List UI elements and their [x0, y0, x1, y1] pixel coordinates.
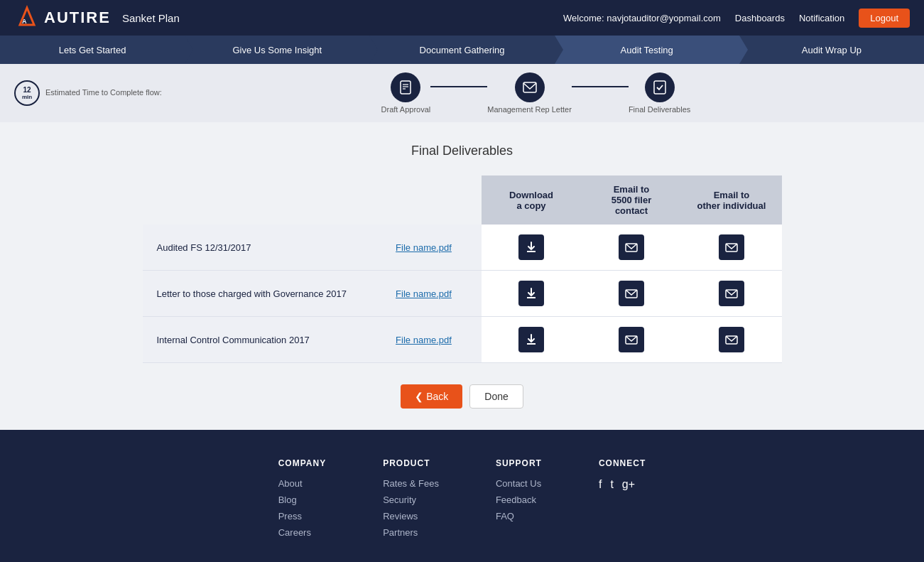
footer-link-about[interactable]: About: [278, 478, 326, 489]
file-link-anchor-2[interactable]: File name.pdf: [396, 288, 452, 299]
footer-connect-heading: CONNECT: [599, 458, 646, 468]
email5500-button-3[interactable]: [619, 327, 644, 352]
email-individual-button-2[interactable]: [719, 281, 744, 306]
email5500-button-2[interactable]: [619, 281, 644, 306]
header: A AUTIRE Sanket Plan Welcome: navjotaudi…: [0, 0, 924, 36]
step-audit-testing[interactable]: Audit Testing: [555, 36, 739, 64]
facebook-icon[interactable]: f: [599, 478, 602, 491]
steps-progress: Draft Approval Management Rep Letter Fin…: [162, 72, 910, 114]
googleplus-icon[interactable]: g+: [622, 478, 635, 491]
back-button[interactable]: ❮ Back: [401, 384, 462, 409]
notification-link[interactable]: Notification: [799, 13, 844, 23]
download-button-1[interactable]: [518, 234, 544, 260]
svg-rect-6: [523, 82, 536, 92]
twitter-icon[interactable]: t: [610, 478, 613, 491]
logo-icon: A: [14, 5, 40, 31]
email-individual-button-1[interactable]: [719, 234, 744, 260]
footer-support: SUPPORT Contact Us Feedback FAQ: [496, 458, 542, 544]
email5500-cell-3: [582, 317, 682, 363]
step-final-deliverables: Final Deliverables: [629, 72, 690, 114]
connector-2: [572, 86, 629, 87]
footer-link-reviews[interactable]: Reviews: [383, 511, 439, 522]
footer-company: COMPANY About Blog Press Careers: [278, 458, 326, 544]
email-individual-cell-2: [682, 271, 782, 317]
footer-link-contact[interactable]: Contact Us: [496, 478, 542, 489]
deliverables-table: Downloada copy Email to5500 filer contac…: [143, 175, 782, 363]
file-link-3: File name.pdf: [366, 317, 482, 363]
plan-name: Sanket Plan: [122, 12, 180, 24]
step-circle-draft: [391, 72, 420, 102]
svg-text:A: A: [22, 18, 27, 25]
time-estimate: 12 min Estimated Time to Complete flow:: [14, 80, 162, 106]
col-email-5500: Email to5500 filer contact: [582, 175, 682, 225]
table-row: Internal Control Communication 2017 File…: [143, 317, 782, 363]
col-download: Downloada copy: [482, 175, 582, 225]
connector-1: [430, 86, 487, 87]
done-button[interactable]: Done: [469, 384, 523, 409]
email5500-button-1[interactable]: [619, 234, 644, 260]
file-link-2: File name.pdf: [366, 271, 482, 317]
footer-product: PRODUCT Rates & Fees Security Reviews Pa…: [383, 458, 439, 544]
col-email-individual: Email toother individual: [682, 175, 782, 225]
action-buttons: ❮ Back Done: [14, 384, 910, 409]
header-right: Welcome: navjotauditor@yopmail.com Dashb…: [563, 9, 910, 28]
table-row: Letter to those charged with Governance …: [143, 271, 782, 317]
step-give-insight[interactable]: Give Us Some Insight: [185, 36, 369, 64]
download-button-2[interactable]: [518, 281, 544, 306]
download-cell-3: [482, 317, 582, 363]
step-draft-approval: Draft Approval: [381, 72, 431, 114]
doc-name-1: Audited FS 12/31/2017: [143, 225, 366, 271]
footer-link-careers[interactable]: Careers: [278, 527, 326, 538]
file-link-anchor-3[interactable]: File name.pdf: [396, 335, 452, 345]
dashboards-link[interactable]: Dashboards: [735, 13, 785, 23]
nav-steps: Lets Get Started Give Us Some Insight Do…: [0, 36, 924, 64]
footer-link-rates[interactable]: Rates & Fees: [383, 478, 439, 489]
page-title: Final Deliverables: [14, 144, 910, 158]
footer-company-heading: COMPANY: [278, 458, 326, 468]
svg-rect-7: [654, 81, 665, 94]
step-document-gathering[interactable]: Document Gathering: [369, 36, 554, 64]
step-management-rep: Management Rep Letter: [487, 72, 572, 114]
svg-rect-2: [401, 81, 411, 94]
logout-button[interactable]: Logout: [859, 9, 910, 28]
email-individual-cell-3: [682, 317, 782, 363]
main-content: Final Deliverables Downloada copy Email …: [0, 122, 924, 430]
footer: COMPANY About Blog Press Careers PRODUCT…: [0, 430, 924, 562]
step-audit-wrap-up[interactable]: Audit Wrap Up: [739, 36, 924, 64]
table-row: Audited FS 12/31/2017 File name.pdf: [143, 225, 782, 271]
download-cell-2: [482, 271, 582, 317]
download-button-3[interactable]: [518, 327, 544, 352]
step-lets-get-started[interactable]: Lets Get Started: [0, 36, 185, 64]
file-link-anchor-1[interactable]: File name.pdf: [396, 242, 452, 253]
doc-name-2: Letter to those charged with Governance …: [143, 271, 366, 317]
footer-link-security[interactable]: Security: [383, 495, 439, 505]
progress-bar-section: 12 min Estimated Time to Complete flow: …: [0, 64, 924, 122]
clock-icon: 12 min: [14, 80, 40, 106]
logo: A AUTIRE: [14, 5, 111, 31]
footer-link-feedback[interactable]: Feedback: [496, 495, 542, 505]
email-individual-button-3[interactable]: [719, 327, 744, 352]
footer-link-partners[interactable]: Partners: [383, 527, 439, 538]
welcome-text: Welcome: navjotauditor@yopmail.com: [563, 13, 721, 23]
step-circle-final: [645, 72, 675, 102]
file-link-1: File name.pdf: [366, 225, 482, 271]
doc-name-3: Internal Control Communication 2017: [143, 317, 366, 363]
step-circle-mgmt: [515, 72, 545, 102]
footer-connect: CONNECT f t g+: [599, 458, 646, 544]
email-individual-cell-1: [682, 225, 782, 271]
download-cell-1: [482, 225, 582, 271]
email5500-cell-1: [582, 225, 682, 271]
footer-link-press[interactable]: Press: [278, 511, 326, 522]
footer-support-heading: SUPPORT: [496, 458, 542, 468]
email5500-cell-2: [582, 271, 682, 317]
footer-link-faq[interactable]: FAQ: [496, 511, 542, 522]
logo-text: AUTIRE: [44, 9, 111, 27]
footer-link-blog[interactable]: Blog: [278, 495, 326, 505]
social-icons: f t g+: [599, 478, 646, 491]
footer-product-heading: PRODUCT: [383, 458, 439, 468]
